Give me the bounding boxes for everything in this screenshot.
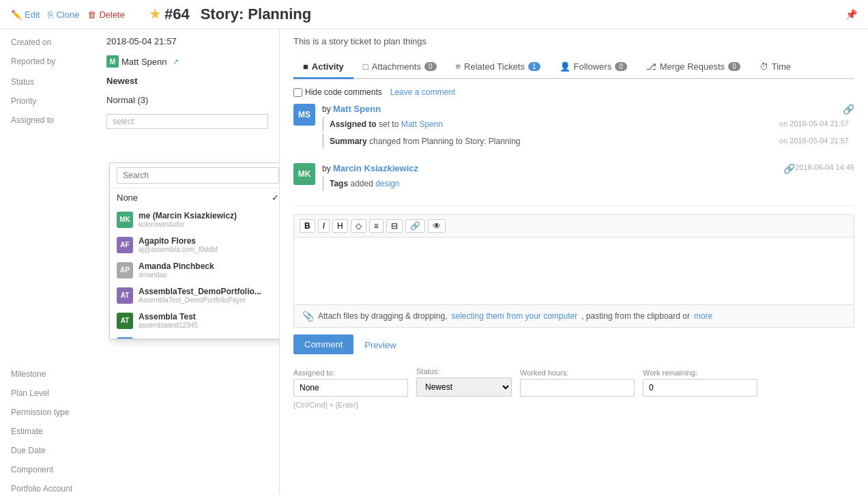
tab-attachments[interactable]: □ Attachments 0 [353, 56, 446, 79]
editor-toolbar: B I H ◇ ≡ ⊟ 🔗 👁 [293, 214, 854, 237]
activity-tab-label: Activity [312, 61, 344, 72]
toolbar-checklist[interactable]: ⊟ [386, 219, 403, 233]
priority-value: Normal (3) [106, 95, 268, 105]
user-name-amanda: Amanda Pinchbeck [139, 261, 214, 271]
dropdown-item[interactable]: AT AssemblaTest_DemoPortfolio... Assembl… [110, 283, 280, 308]
detail-action-tags: Tags [330, 179, 348, 188]
user-email-me: kolorowestudio [139, 220, 237, 228]
dropdown-item[interactable]: AF Agapito Flores aj@assembla.com_f0ddbf [110, 232, 280, 257]
toolbar-list[interactable]: ≡ [369, 219, 384, 233]
attachments-tab-badge: 0 [424, 62, 437, 71]
submit-remaining-input[interactable] [643, 379, 757, 397]
permission-label: Permission type [11, 406, 106, 417]
edit-icon: ✏️ [11, 10, 22, 20]
dropdown-search-input[interactable] [117, 167, 279, 184]
activity-timestamp-marcin: 2018-06-04 14:46 [795, 163, 854, 171]
dropdown-search-area [110, 163, 280, 188]
tab-followers[interactable]: 👤 Followers 0 [550, 56, 637, 79]
submit-status-field: Status: Newest [416, 367, 512, 397]
tab-activity[interactable]: ■ Activity [293, 56, 353, 79]
dropdown-item[interactable]: CC Christine Cremonni [110, 333, 280, 339]
portfolio-label: Portfolio Account [11, 483, 106, 494]
estimate-row: Estimate [11, 425, 268, 436]
followers-tab-label: Followers [574, 61, 612, 72]
submit-work-remaining-field: Work remaining: [643, 369, 757, 397]
comment-button[interactable]: Comment [293, 334, 353, 354]
activity-content-marcin: by Marcin Ksiazkiewicz 2018-06-04 14:46 … [322, 163, 854, 193]
detail-from: Planning [422, 137, 454, 146]
toolbar-italic[interactable]: I [318, 219, 330, 233]
detail-timestamp-1b: on 2018-05-04 21:57 [779, 137, 849, 145]
ticket-number: #64 [164, 5, 190, 23]
user-avatar-assemblatest2: AT [117, 313, 133, 329]
related-tab-label: Related Tickets [464, 61, 525, 72]
reporter-avatar: M [106, 55, 119, 68]
user-name-assemblatest2: Assembla Test [139, 312, 198, 322]
priority-row: Priority Normal (3) [11, 95, 268, 106]
tab-time[interactable]: ⏱ Time [750, 56, 800, 79]
toolbar-link[interactable]: 🔗 [405, 219, 425, 233]
edit-button[interactable]: ✏️ Edit [11, 10, 40, 20]
attach-bar: 📎 Attach files by dragging & dropping, s… [293, 305, 854, 328]
user-email-assemblatest2: assemblatest12345 [139, 322, 198, 329]
hide-comments-checkbox[interactable] [293, 88, 302, 97]
assigned-select-label[interactable]: select [106, 114, 268, 129]
attach-more-link[interactable]: more [694, 311, 712, 321]
user-name-assemblatest: AssemblaTest_DemoPortfolio... [139, 287, 261, 296]
activity-link-icon-marcin[interactable]: 🔗 [783, 163, 795, 174]
reported-value: M Matt Spenn ↗ [106, 55, 268, 68]
user-avatar-agapito: AF [117, 237, 133, 253]
dropdown-item[interactable]: MK me (Marcin Ksiazkiewicz) kolorowestud… [110, 207, 280, 232]
ticket-subtitle: This is a story ticket to plan things [293, 36, 854, 46]
toolbar-bold[interactable]: B [300, 219, 315, 233]
delete-button[interactable]: 🗑 Delete [87, 10, 125, 20]
toolbar-preview[interactable]: 👁 [428, 219, 446, 233]
activity-link-icon-matt[interactable]: 🔗 [843, 104, 854, 115]
assigned-to-row: Assigned to select [11, 114, 268, 129]
activity-author-marcin: Marcin Ksiazkiewicz [333, 163, 418, 173]
dropdown-none-item[interactable]: None ✓ [110, 188, 280, 207]
merge-tab-label: Merge Requests [660, 61, 725, 72]
ticket-title: Story: Planning [201, 5, 835, 23]
detail-to: Story: Planning [465, 137, 520, 146]
reporter-name: Matt Spenn [121, 57, 167, 67]
ticket-pin-icon: 📌 [845, 9, 857, 20]
tab-related-tickets[interactable]: ≡ Related Tickets 1 [446, 56, 550, 79]
preview-link[interactable]: Preview [364, 334, 396, 356]
toolbar-heading[interactable]: H [332, 219, 348, 233]
estimate-label: Estimate [11, 425, 106, 436]
dropdown-list: None ✓ MK me (Marcin Ksiazkiewicz) kolor… [110, 188, 280, 339]
activity-author-matt: Matt Spenn [333, 104, 381, 114]
assign-dropdown[interactable]: None ✓ MK me (Marcin Ksiazkiewicz) kolor… [109, 162, 280, 339]
user-name-agapito: Agapito Flores [139, 236, 218, 246]
dropdown-item[interactable]: AP Amanda Pinchbeck amandap [110, 257, 280, 283]
attachments-tab-label: Attachments [372, 61, 421, 72]
attach-from-computer-link[interactable]: selecting them from your computer [451, 311, 577, 321]
delete-label: Delete [99, 10, 125, 20]
attach-icon: 📎 [302, 311, 314, 322]
submit-worked-label: Worked hours: [520, 369, 635, 377]
user-avatar-assemblatest: AT [117, 287, 133, 304]
submit-status-select[interactable]: Newest [416, 377, 512, 397]
dropdown-item[interactable]: AT Assembla Test assemblatest12345 [110, 308, 280, 333]
leave-comment-link[interactable]: Leave a comment [390, 87, 455, 97]
toolbar-code[interactable]: ◇ [351, 219, 366, 233]
activity-avatar-matt: MS [293, 104, 315, 126]
assigned-label: Assigned to [11, 114, 106, 125]
attach-text2: , pasting from the clipboard or [581, 311, 690, 321]
submit-worked-input[interactable] [520, 379, 635, 397]
comment-editor[interactable] [293, 237, 854, 305]
delete-icon: 🗑 [87, 10, 96, 20]
submit-assigned-input[interactable] [293, 379, 408, 397]
detail-action-summary: Summary [330, 137, 367, 146]
star-icon[interactable]: ★ [149, 7, 160, 22]
hide-comments-label[interactable]: Hide code comments [293, 87, 382, 97]
reporter-ext-link[interactable]: ↗ [173, 57, 179, 66]
activity-avatar-marcin: MK [293, 163, 315, 185]
submit-assigned-label: Assigned to: [293, 369, 408, 377]
ticket-number-section: ★ #64 [149, 5, 190, 23]
activity-tab-icon: ■ [303, 61, 308, 72]
tab-merge-requests[interactable]: ⎇ Merge Requests 0 [637, 56, 750, 79]
submit-assigned-to-field: Assigned to: [293, 369, 408, 397]
clone-button[interactable]: ⎘ Clone [48, 10, 79, 20]
